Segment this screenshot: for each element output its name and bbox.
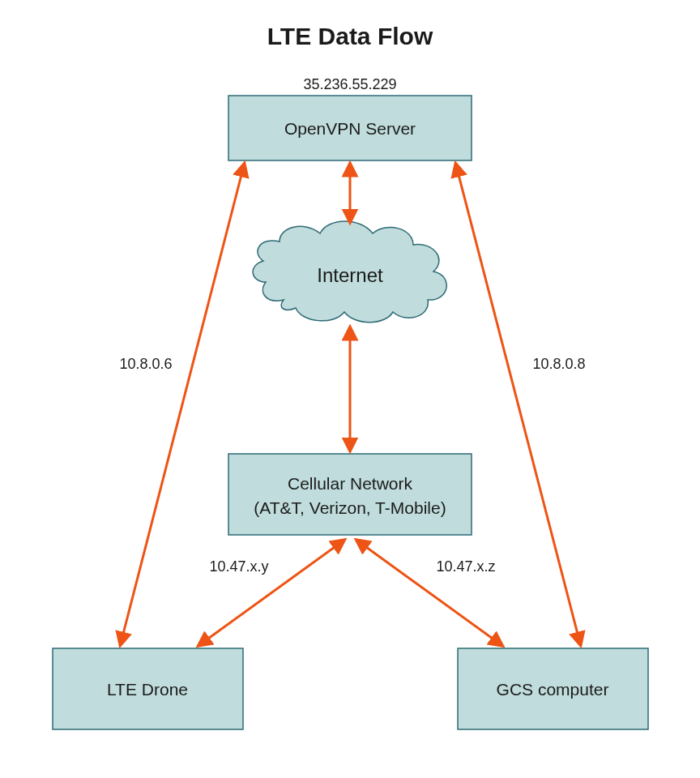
openvpn-label: OpenVPN Server [284, 119, 416, 138]
node-gcs-computer: GCS computer [458, 648, 648, 729]
node-openvpn-server: OpenVPN Server [228, 96, 472, 160]
label-drone-cell-ip: 10.47.x.y [209, 558, 268, 575]
node-cellular-network: Cellular Network (AT&T, Verizon, T-Mobil… [228, 454, 472, 535]
node-lte-drone: LTE Drone [53, 648, 243, 729]
lte-drone-label: LTE Drone [107, 680, 188, 699]
gcs-computer-label: GCS computer [497, 680, 609, 699]
cellular-label-line1: Cellular Network [288, 474, 413, 493]
openvpn-ip-label: 35.236.55.229 [303, 76, 396, 92]
node-internet: Internet [253, 221, 446, 323]
svg-rect-1 [228, 454, 472, 535]
label-drone-vpn-ip: 10.8.0.6 [119, 356, 172, 372]
label-gcs-cell-ip: 10.47.x.z [436, 558, 495, 575]
diagram-canvas: LTE Data Flow 35.236.55.229 OpenVPN Serv… [0, 0, 700, 778]
diagram-title: LTE Data Flow [267, 23, 433, 49]
label-gcs-vpn-ip: 10.8.0.8 [532, 356, 585, 372]
cellular-label-line2: (AT&T, Verizon, T-Mobile) [254, 498, 446, 517]
internet-label: Internet [317, 264, 383, 286]
